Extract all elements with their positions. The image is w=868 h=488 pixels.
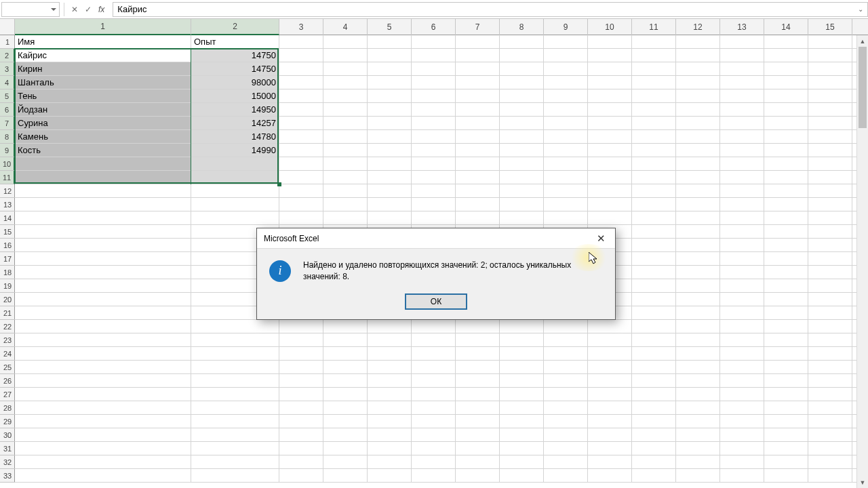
cell[interactable] — [412, 415, 456, 428]
cell[interactable] — [456, 62, 500, 76]
cell[interactable] — [676, 415, 720, 428]
cell[interactable] — [368, 130, 412, 144]
cell[interactable] — [676, 428, 720, 442]
cell[interactable] — [191, 157, 279, 171]
cell[interactable] — [500, 35, 544, 49]
cell[interactable] — [500, 157, 544, 171]
cell[interactable] — [368, 89, 412, 103]
cell[interactable] — [632, 266, 676, 279]
cell[interactable] — [323, 347, 368, 361]
cell[interactable] — [500, 144, 544, 157]
cell[interactable] — [544, 198, 588, 211]
cell[interactable] — [720, 103, 764, 117]
cell[interactable] — [808, 239, 852, 252]
cell[interactable] — [323, 171, 368, 184]
cell[interactable] — [15, 388, 191, 401]
cell[interactable]: 14780 — [191, 130, 279, 144]
cell[interactable] — [323, 455, 368, 469]
cell[interactable] — [368, 157, 412, 171]
column-header[interactable]: 14 — [764, 19, 808, 35]
cell[interactable] — [544, 361, 588, 374]
cell[interactable] — [323, 469, 368, 483]
cell[interactable]: Йодзан — [15, 103, 191, 117]
cell[interactable] — [632, 401, 676, 415]
cell[interactable] — [588, 49, 632, 62]
cell[interactable] — [720, 130, 764, 144]
cell[interactable] — [191, 401, 279, 415]
cell[interactable] — [191, 320, 279, 333]
chevron-down-icon[interactable] — [51, 8, 56, 11]
cell[interactable] — [544, 469, 588, 483]
column-header[interactable]: 9 — [544, 19, 588, 35]
close-icon[interactable]: ✕ — [593, 231, 610, 246]
scroll-up-icon[interactable]: ▲ — [857, 35, 868, 47]
cell[interactable] — [412, 442, 456, 455]
cell[interactable] — [412, 62, 456, 76]
column-header[interactable]: 16 — [852, 19, 868, 35]
column-header[interactable]: 5 — [368, 19, 412, 35]
cell[interactable] — [456, 388, 500, 401]
cell[interactable] — [676, 89, 720, 103]
cell[interactable] — [412, 469, 456, 483]
cell[interactable] — [412, 157, 456, 171]
cell[interactable] — [808, 415, 852, 428]
cell[interactable] — [676, 401, 720, 415]
cell[interactable] — [632, 157, 676, 171]
cell[interactable] — [676, 103, 720, 117]
cell[interactable] — [720, 49, 764, 62]
scroll-thumb[interactable] — [859, 47, 867, 128]
cell[interactable] — [544, 333, 588, 347]
cell[interactable] — [808, 320, 852, 333]
cell[interactable] — [456, 333, 500, 347]
cell[interactable] — [412, 401, 456, 415]
cell[interactable] — [764, 306, 808, 320]
cell[interactable] — [15, 320, 191, 333]
cell[interactable] — [676, 293, 720, 306]
ok-button[interactable]: ОК — [405, 293, 467, 310]
cell[interactable] — [720, 388, 764, 401]
cell[interactable] — [808, 184, 852, 198]
cell[interactable] — [720, 320, 764, 333]
cell[interactable] — [588, 144, 632, 157]
cell[interactable] — [15, 279, 191, 293]
cell[interactable] — [279, 198, 323, 211]
cell[interactable] — [456, 211, 500, 225]
row-header[interactable]: 19 — [0, 279, 15, 293]
cell[interactable] — [412, 171, 456, 184]
cell[interactable] — [191, 333, 279, 347]
cell[interactable] — [323, 184, 368, 198]
cell[interactable] — [720, 117, 764, 130]
cell[interactable] — [412, 320, 456, 333]
row-header[interactable]: 16 — [0, 239, 15, 252]
cell[interactable] — [632, 442, 676, 455]
cell[interactable] — [544, 62, 588, 76]
cell[interactable] — [632, 62, 676, 76]
column-header[interactable]: 10 — [588, 19, 632, 35]
cell[interactable] — [412, 455, 456, 469]
cell[interactable] — [15, 184, 191, 198]
cell[interactable] — [456, 469, 500, 483]
cell[interactable] — [764, 184, 808, 198]
row-header[interactable]: 33 — [0, 469, 15, 483]
row-header[interactable]: 11 — [0, 171, 15, 184]
cell[interactable] — [15, 347, 191, 361]
cell[interactable] — [676, 130, 720, 144]
cell[interactable] — [368, 49, 412, 62]
cell[interactable]: Камень — [15, 130, 191, 144]
cell[interactable] — [412, 347, 456, 361]
cell[interactable] — [808, 62, 852, 76]
cell[interactable] — [412, 388, 456, 401]
cell[interactable] — [191, 442, 279, 455]
column-header[interactable]: 7 — [456, 19, 500, 35]
cell[interactable] — [588, 347, 632, 361]
cell[interactable] — [456, 442, 500, 455]
row-header[interactable]: 10 — [0, 157, 15, 171]
cell[interactable]: Шанталь — [15, 76, 191, 89]
cell[interactable] — [279, 144, 323, 157]
row-header[interactable]: 9 — [0, 144, 15, 157]
cell[interactable] — [808, 388, 852, 401]
cell[interactable] — [808, 469, 852, 483]
cell[interactable] — [632, 49, 676, 62]
cell[interactable] — [412, 130, 456, 144]
cell[interactable] — [720, 62, 764, 76]
